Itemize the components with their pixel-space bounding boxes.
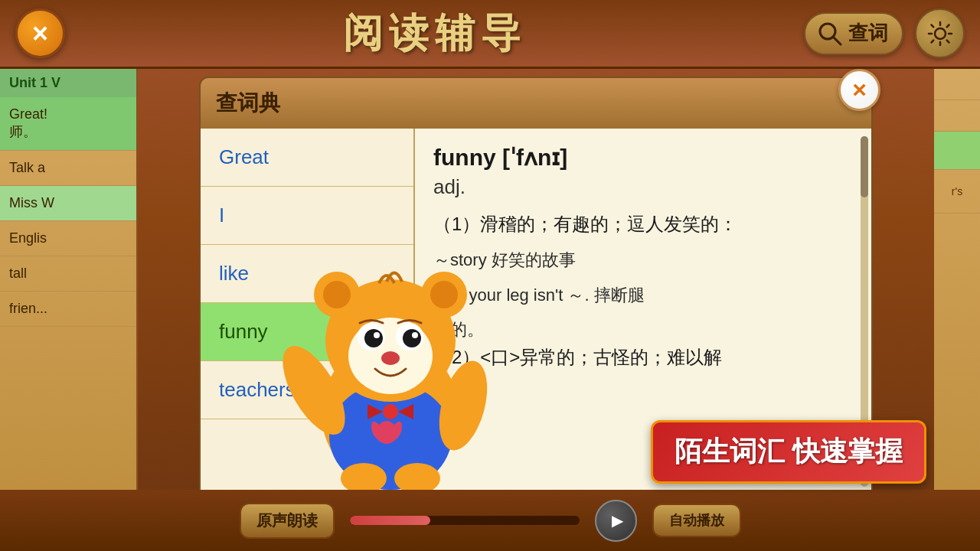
svg-line-1 (833, 37, 841, 44)
dialog-header: 查词典 × (199, 77, 873, 129)
progress-fill (350, 516, 430, 525)
scrollbar-thumb[interactable] (861, 136, 868, 197)
dict-definition-2: （2）<口>异常的；古怪的；难以解 (433, 343, 853, 372)
left-panel: Unit 1 V Great! 师。 Talk a Miss W Englis … (0, 69, 138, 490)
search-dict-button[interactable]: 查词 (804, 12, 903, 55)
progress-bar[interactable] (350, 516, 580, 525)
dialog-close-button[interactable]: × (838, 69, 880, 111)
word-item-i[interactable]: I (201, 187, 413, 245)
list-item[interactable]: tall (0, 256, 136, 292)
close-x-icon: × (32, 20, 48, 47)
word-item-like[interactable]: like (201, 245, 413, 303)
settings-button[interactable] (915, 8, 965, 58)
play-button[interactable] (595, 500, 637, 542)
dict-example-1: ～story 好笑的故事 (433, 246, 853, 273)
word-list: Great I like funny teachers (201, 129, 415, 494)
dict-example-3: 乐的。 (433, 316, 853, 343)
auto-play-button[interactable]: 自动播放 (652, 504, 741, 537)
list-item[interactable]: Great! 师。 (0, 97, 136, 151)
dialog-close-x-icon: × (852, 76, 867, 104)
right-panel-item (934, 69, 980, 100)
search-icon (816, 20, 844, 47)
word-item-funny[interactable]: funny (201, 303, 413, 361)
right-panel-item (934, 100, 980, 132)
app-title: 阅读辅导 (343, 7, 527, 60)
dict-pos: adj. (433, 175, 853, 199)
list-item[interactable]: Talk a (0, 151, 136, 186)
banner-text: 陌生词汇 快速掌握 (675, 435, 903, 467)
left-panel-header: Unit 1 V (0, 69, 136, 97)
word-item-great[interactable]: Great (201, 129, 413, 187)
right-panel-item-green (934, 132, 980, 170)
top-right-controls: 查词 (804, 8, 965, 58)
dict-word: funny [ˈfʌnɪ] (433, 144, 853, 171)
next-label: 自动播放 (669, 513, 724, 528)
bottom-bar: 原声朗读 自动播放 (0, 490, 980, 551)
app-close-button[interactable]: × (15, 8, 65, 58)
vocabulary-banner: 陌生词汇 快速掌握 (651, 420, 926, 484)
gear-icon (926, 19, 955, 48)
search-button-label: 查词 (848, 20, 888, 47)
top-bar: × 阅读辅导 查词 (0, 0, 980, 69)
right-panel-item: r's (934, 170, 980, 214)
svg-point-2 (935, 28, 946, 39)
playback-button[interactable]: 原声朗读 (240, 503, 335, 539)
list-item[interactable]: Miss W (0, 186, 136, 221)
list-item[interactable]: Englis (0, 221, 136, 256)
right-panel: r's (934, 69, 980, 490)
dict-definition-1: （1）滑稽的；有趣的；逗人发笑的： (433, 210, 853, 239)
list-item[interactable]: frien... (0, 292, 136, 327)
dialog-title: 查词典 (216, 89, 280, 118)
dict-example-2: king your leg isn't ～. 摔断腿 (433, 282, 853, 308)
playback-label: 原声朗读 (256, 512, 318, 529)
word-item-teachers[interactable]: teachers (201, 361, 413, 419)
